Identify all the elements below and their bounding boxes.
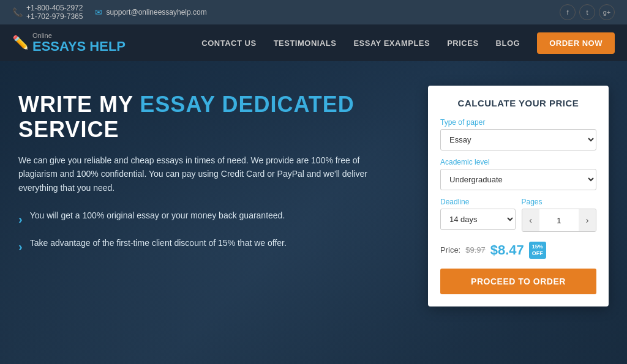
hero-title: WRITE MY ESSAY DEDICATED SERVICE xyxy=(18,92,410,143)
phone-info: +1-800-405-2972 +1-702-979-7365 xyxy=(12,4,83,21)
navbar: ✏️ Online ESSAYS HELP CONTACT US TESTIMO… xyxy=(0,24,627,61)
deadline-label: Deadline xyxy=(440,198,516,206)
nav-prices[interactable]: PRICES xyxy=(447,39,478,48)
logo-text: Online ESSAYS HELP xyxy=(32,32,126,54)
hero-title-part1: WRITE MY xyxy=(18,92,140,117)
phone1: +1-800-405-2972 xyxy=(26,4,83,12)
paper-type-select[interactable]: Essay Research Paper Term Paper Coursewo… xyxy=(440,129,596,150)
logo-icon: ✏️ xyxy=(12,35,29,51)
phone-icon xyxy=(12,7,23,17)
twitter-icon[interactable]: t xyxy=(579,4,595,20)
deadline-select[interactable]: 14 days 10 days 7 days 5 days 3 days 2 d… xyxy=(440,209,516,230)
academic-level-select[interactable]: High School Undergraduate Master PhD xyxy=(440,169,596,190)
social-links: f t g+ xyxy=(560,4,615,20)
deadline-pages-row: Deadline 14 days 10 days 7 days 5 days 3… xyxy=(440,198,596,232)
top-bar-contact: +1-800-405-2972 +1-702-979-7365 support@… xyxy=(12,4,207,21)
googleplus-icon[interactable]: g+ xyxy=(599,4,615,20)
pages-increment-button[interactable]: › xyxy=(579,209,596,231)
logo-line2: ESSAYS HELP xyxy=(32,39,126,54)
discount-off: OFF xyxy=(532,250,543,256)
calculator-card: CALCULATE YOUR PRICE Type of paper Essay… xyxy=(428,86,609,306)
pages-control: ‹ 1 › xyxy=(522,209,597,232)
bullet-arrow-2: › xyxy=(18,237,23,256)
order-now-button[interactable]: ORDER NOW xyxy=(537,32,615,54)
paper-type-field: Type of paper Essay Research Paper Term … xyxy=(440,118,596,150)
facebook-icon[interactable]: f xyxy=(560,4,576,20)
nav-testimonials[interactable]: TESTIMONIALS xyxy=(274,39,337,48)
discount-badge: 15% OFF xyxy=(529,242,546,259)
pages-label: Pages xyxy=(522,198,597,206)
hero-bullet-2: › Take advantage of the first-time clien… xyxy=(18,237,410,256)
hero-bullet-1: › You will get a 100% original essay or … xyxy=(18,209,410,228)
top-bar: +1-800-405-2972 +1-702-979-7365 support@… xyxy=(0,0,627,24)
hero-title-part2: SERVICE xyxy=(18,117,119,142)
email-address: support@onlineessayhelp.com xyxy=(106,8,206,17)
bullet-text-2: Take advantage of the first-time client … xyxy=(30,237,287,250)
bullet-text-1: You will get a 100% original essay or yo… xyxy=(30,209,285,222)
paper-type-label: Type of paper xyxy=(440,118,596,127)
academic-level-label: Academic level xyxy=(440,158,596,166)
hero-description: We can give you reliable and cheap essay… xyxy=(18,154,374,195)
discount-percent: 15% xyxy=(532,243,543,250)
nav-examples[interactable]: ESSAY EXAMPLES xyxy=(353,39,430,48)
nav-links: CONTACT US TESTIMONIALS ESSAY EXAMPLES P… xyxy=(201,32,615,54)
deadline-field: Deadline 14 days 10 days 7 days 5 days 3… xyxy=(440,198,516,232)
pages-decrement-button[interactable]: ‹ xyxy=(522,209,539,231)
price-label: Price: xyxy=(440,245,460,254)
pages-value: 1 xyxy=(539,216,579,225)
price-old: $9.97 xyxy=(465,245,486,254)
logo[interactable]: ✏️ Online ESSAYS HELP xyxy=(12,32,126,54)
proceed-to-order-button[interactable]: PROCEED TO ORDER xyxy=(440,269,596,294)
email-icon xyxy=(95,7,102,17)
price-row: Price: $9.97 $8.47 15% OFF xyxy=(440,239,596,261)
nav-blog[interactable]: BLOG xyxy=(496,39,520,48)
hero-content: WRITE MY ESSAY DEDICATED SERVICE We can … xyxy=(0,61,627,325)
academic-level-field: Academic level High School Undergraduate… xyxy=(440,158,596,190)
hero-section: WRITE MY ESSAY DEDICATED SERVICE We can … xyxy=(0,61,627,364)
phone-numbers: +1-800-405-2972 +1-702-979-7365 xyxy=(26,4,83,21)
nav-contact[interactable]: CONTACT US xyxy=(201,39,256,48)
bullet-arrow-1: › xyxy=(18,210,23,228)
calc-title: CALCULATE YOUR PRICE xyxy=(440,98,596,108)
hero-bullets: › You will get a 100% original essay or … xyxy=(18,209,410,256)
price-new: $8.47 xyxy=(490,242,524,258)
hero-title-highlight: ESSAY DEDICATED xyxy=(140,92,354,117)
pages-field: Pages ‹ 1 › xyxy=(522,198,597,232)
email-info: support@onlineessayhelp.com xyxy=(95,7,206,17)
hero-left-column: WRITE MY ESSAY DEDICATED SERVICE We can … xyxy=(18,86,410,264)
phone2: +1-702-979-7365 xyxy=(26,12,83,21)
